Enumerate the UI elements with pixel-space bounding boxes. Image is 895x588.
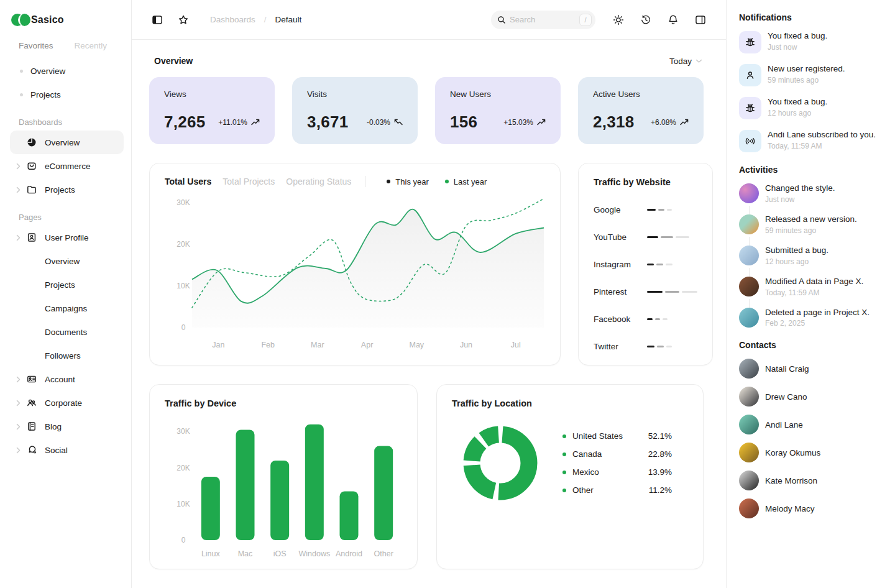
sidebar-subitem-campaigns[interactable]: Campaigns: [10, 296, 124, 320]
tab-total-users[interactable]: Total Users: [165, 177, 211, 186]
contact-item[interactable]: Koray Okumus: [739, 443, 883, 462]
date-range-dropdown[interactable]: Today: [669, 57, 702, 66]
notification-item[interactable]: Andi Lane subscribed to you.Today, 11:59…: [739, 130, 883, 152]
app-name: Sasico: [31, 14, 64, 25]
app-logo[interactable]: Sasico: [11, 12, 124, 27]
legend-canada: Canada22.8%: [562, 449, 672, 459]
history-icon[interactable]: [638, 12, 654, 28]
logo-icon: [11, 12, 26, 27]
tab-favorites[interactable]: Favorites: [19, 41, 53, 50]
legend-other: Other11.2%: [562, 485, 672, 495]
traffic-by-device-bar-chart: 30K20K10K0LinuxMaciOSWindowsAndroidOther: [165, 408, 403, 563]
tab-operating-status[interactable]: Operating Status: [286, 177, 351, 186]
trend-up-icon: [680, 119, 689, 126]
sidebar-subitem-projects[interactable]: Projects: [10, 273, 124, 296]
svg-text:10K: 10K: [177, 282, 190, 290]
svg-text:Mar: Mar: [311, 341, 324, 349]
toggle-right-sidebar-button[interactable]: [692, 12, 709, 28]
theme-toggle-sun-icon[interactable]: [610, 12, 626, 28]
notification-item[interactable]: New user registered.59 minutes ago: [739, 64, 883, 86]
traffic-by-location-card: Traffic by Location United States52.1% C…: [436, 384, 704, 569]
chevron-right-icon: [14, 186, 22, 193]
activity-item[interactable]: Deleted a page in Project X.Feb 2, 2025: [739, 308, 883, 328]
sidebar-item-projects[interactable]: Projects: [10, 178, 124, 201]
legend-this-year: This year: [387, 177, 428, 186]
sidebar-subitem-followers[interactable]: Followers: [10, 344, 124, 367]
stat-card-new-users[interactable]: New Users 156 +15.03%: [435, 77, 561, 144]
avatar: [739, 246, 759, 265]
stat-card-visits[interactable]: Visits 3,671 -0.03%: [292, 77, 418, 144]
activity-item[interactable]: Modified A data in Page X.Today, 11:59 A…: [739, 277, 883, 297]
tab-recently[interactable]: Recently: [75, 41, 108, 50]
chevron-right-icon: [14, 163, 22, 170]
sidebar-item-corporate[interactable]: Corporate: [10, 391, 124, 415]
location-legend: United States52.1% Canada22.8% Mexico13.…: [562, 431, 688, 495]
search-box[interactable]: /: [491, 11, 595, 29]
sidebar-item-overview[interactable]: Overview: [10, 131, 124, 154]
top-bar: Dashboards / Default /: [132, 0, 726, 40]
activity-item[interactable]: Submitted a bug.12 hours ago: [739, 246, 883, 266]
mini-bar-chart: [647, 346, 672, 347]
svg-text:Jun: Jun: [460, 341, 472, 349]
mini-bar-chart: [647, 236, 689, 238]
favorite-item-projects[interactable]: Projects: [10, 83, 124, 106]
dashboard-content: Overview Today Views 7,265 +11.01% Visit…: [132, 40, 726, 588]
contact-item[interactable]: Andi Lane: [739, 415, 883, 434]
activity-item[interactable]: Released a new version.59 minutes ago: [739, 214, 883, 235]
traffic-by-location-donut-chart: [462, 425, 539, 502]
bell-icon[interactable]: [665, 12, 681, 28]
notification-item[interactable]: You fixed a bug.12 hours ago: [739, 97, 883, 119]
legend-united-states: United States52.1%: [562, 431, 672, 441]
tab-total-projects[interactable]: Total Projects: [223, 177, 275, 186]
stat-card-active-users[interactable]: Active Users 2,318 +6.08%: [578, 77, 704, 144]
sidebar-item-ecommerce[interactable]: eCommerce: [10, 154, 124, 178]
legend-last-year: Last year: [445, 177, 487, 186]
chevron-right-icon: [14, 423, 22, 430]
stat-card-views[interactable]: Views 7,265 +11.01%: [149, 77, 275, 144]
breadcrumb-default[interactable]: Default: [275, 15, 302, 24]
favorite-item-overview[interactable]: Overview: [10, 59, 124, 83]
breadcrumb-separator: /: [264, 15, 267, 24]
contact-item[interactable]: Drew Cano: [739, 387, 883, 407]
svg-text:Mac: Mac: [238, 549, 253, 558]
legend-dot-icon: [562, 434, 566, 438]
avatar: [739, 214, 759, 234]
mini-bar-chart: [647, 318, 668, 320]
contact-item[interactable]: Natali Craig: [739, 359, 883, 379]
avatar: [739, 415, 759, 434]
legend-dot-icon: [562, 489, 566, 492]
svg-text:Other: Other: [374, 549, 393, 558]
star-icon[interactable]: [175, 12, 191, 28]
sidebar-subitem-overview[interactable]: Overview: [10, 249, 124, 273]
sidebar-item-user-profile[interactable]: User Profile: [10, 226, 124, 249]
right-sidebar: Notifications You fixed a bug.Just now N…: [726, 0, 895, 588]
avatar: [739, 359, 759, 379]
avatar: [739, 183, 759, 203]
sidebar-item-blog[interactable]: Blog: [10, 415, 124, 438]
website-row: Pinterest: [594, 287, 697, 296]
svg-text:Windows: Windows: [298, 549, 330, 558]
website-row: Google: [594, 205, 697, 214]
breadcrumb-dashboards[interactable]: Dashboards: [210, 15, 255, 24]
notification-item[interactable]: You fixed a bug.Just now: [739, 31, 883, 53]
traffic-by-device-card: Traffic by Device 30K20K10K0LinuxMaciOSW…: [149, 384, 418, 569]
breadcrumb: Dashboards / Default: [210, 15, 301, 24]
trend-up-icon: [537, 119, 546, 126]
chat-bubbles-icon: [26, 445, 37, 455]
svg-text:20K: 20K: [177, 464, 190, 472]
search-input[interactable]: [510, 15, 576, 24]
svg-text:May: May: [409, 341, 424, 349]
contact-item[interactable]: Kate Morrison: [739, 471, 883, 490]
chevron-right-icon: [14, 447, 22, 454]
sidebar-item-social[interactable]: Social: [10, 438, 124, 462]
activity-item[interactable]: Changed the style.Just now: [739, 183, 883, 204]
sidebar-subitem-documents[interactable]: Documents: [10, 320, 124, 344]
legend-dot-icon: [445, 180, 449, 183]
badge-icon: [26, 374, 37, 384]
contact-item[interactable]: Melody Macy: [739, 498, 883, 518]
user-icon: [739, 64, 761, 86]
trend-up-icon: [251, 119, 260, 126]
toggle-left-sidebar-button[interactable]: [149, 12, 165, 28]
sidebar-item-account[interactable]: Account: [10, 367, 124, 391]
svg-text:iOS: iOS: [273, 549, 287, 558]
